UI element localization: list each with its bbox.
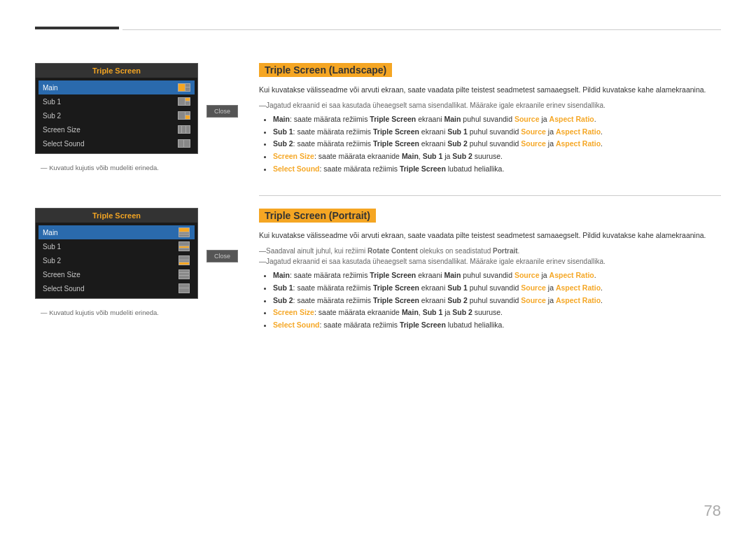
landscape-icon-sub2 (178, 111, 190, 120)
landscape-row-sub2[interactable]: Sub 2 (38, 108, 195, 122)
portrait-icon-main (178, 227, 190, 237)
landscape-row-sub1[interactable]: Sub 1 (38, 94, 195, 108)
portrait-row-sub1[interactable]: Sub 1 (38, 239, 195, 253)
portrait-label-sub1: Sub 1 (43, 243, 178, 251)
landscape-bullets: Main: saate määrata režiimis Triple Scre… (270, 113, 721, 176)
landscape-label-sub1: Sub 1 (43, 98, 178, 106)
landscape-ts-box: Triple Screen Main (35, 63, 198, 154)
landscape-label-sub2: Sub 2 (43, 112, 178, 120)
portrait-bullet-sub1: Sub 1: saate määrata režiimis Triple Scr… (273, 282, 721, 295)
landscape-section: Triple Screen (Landscape) Kui kuvatakse … (259, 63, 721, 176)
portrait-section-title: Triple Screen (Portrait) (259, 209, 376, 223)
section-divider (259, 195, 721, 196)
portrait-label-selectsound: Select Sound (43, 285, 178, 293)
landscape-bullet-sub2: Sub 2: saate määrata režiimis Triple Scr… (273, 138, 721, 150)
landscape-row-screensize[interactable]: Screen Size (38, 122, 195, 136)
left-panel: Triple Screen Main (35, 63, 238, 351)
portrait-bullets: Main: saate määrata režiimis Triple Scre… (270, 269, 721, 332)
landscape-label-selectsound: Select Sound (43, 140, 178, 148)
landscape-ts-body: Main Sub 1 (36, 78, 197, 153)
portrait-row-screensize[interactable]: Screen Size (38, 267, 195, 281)
landscape-bullet-screensize: Screen Size: saate määrata ekraanide Mai… (273, 150, 721, 163)
portrait-bullet-screensize: Screen Size: saate määrata ekraanide Mai… (273, 307, 721, 319)
portrait-bullet-main: Main: saate määrata režiimis Triple Scre… (273, 269, 721, 282)
portrait-ui-container: Triple Screen Main (35, 208, 238, 316)
top-line-thick (35, 27, 119, 29)
landscape-ui-container: Triple Screen Main (35, 63, 238, 171)
landscape-label-main: Main (43, 84, 178, 92)
landscape-close-button[interactable]: Close (206, 105, 238, 118)
portrait-row-main[interactable]: Main (38, 225, 195, 239)
page: Triple Screen Main (0, 0, 756, 534)
landscape-title-bar: Triple Screen (36, 64, 197, 78)
landscape-label-screensize: Screen Size (43, 126, 178, 134)
page-number: 78 (704, 502, 721, 520)
portrait-title-bar: Triple Screen (36, 209, 197, 223)
landscape-icon-main (178, 83, 190, 92)
portrait-note2: Jagatud ekraanid ei saa kasutada üheaegs… (259, 258, 721, 265)
portrait-close-button[interactable]: Close (206, 250, 238, 262)
spacer (35, 180, 238, 208)
landscape-note1: Jagatud ekraanid ei saa kasutada üheaegs… (259, 101, 721, 109)
landscape-section-title: Triple Screen (Landscape) (259, 63, 392, 77)
portrait-note: Kuvatud kujutis võib mudeliti erineda. (35, 309, 238, 316)
landscape-icon-screensize (178, 125, 190, 134)
portrait-note1: Saadaval ainult juhul, kui režiimi Rotat… (259, 247, 721, 255)
right-panel: Triple Screen (Landscape) Kui kuvatakse … (252, 63, 721, 351)
landscape-icon-selectsound (178, 139, 190, 148)
landscape-close-button-wrap: Close (206, 105, 238, 118)
landscape-note: Kuvatud kujutis võib mudeliti erineda. (35, 164, 238, 171)
portrait-ts-body: Main (36, 223, 197, 298)
landscape-desc: Kui kuvatakse välisseadme või arvuti ekr… (259, 84, 721, 96)
landscape-row-selectsound[interactable]: Select Sound (38, 136, 195, 150)
portrait-desc: Kui kuvatakse välisseadme või arvuti ekr… (259, 230, 721, 241)
portrait-row-sub2[interactable]: Sub 2 (38, 253, 195, 267)
portrait-bullet-sub2: Sub 2: saate määrata režiimis Triple Scr… (273, 295, 721, 307)
portrait-bullet-selectsound: Select Sound: saate määrata režiimis Tri… (273, 319, 721, 332)
portrait-label-screensize: Screen Size (43, 271, 178, 279)
portrait-label-main: Main (43, 229, 178, 237)
portrait-icon-sub1 (178, 241, 190, 251)
portrait-section: Triple Screen (Portrait) Kui kuvatakse v… (259, 209, 721, 332)
portrait-label-sub2: Sub 2 (43, 257, 178, 265)
landscape-bullet-main: Main: saate määrata režiimis Triple Scre… (273, 113, 721, 126)
portrait-row-selectsound[interactable]: Select Sound (38, 281, 195, 295)
landscape-bullet-sub1: Sub 1: saate määrata režiimis Triple Scr… (273, 126, 721, 139)
portrait-ts-box: Triple Screen Main (35, 208, 198, 299)
landscape-icon-sub1 (178, 97, 190, 106)
portrait-icon-screensize (178, 269, 190, 279)
top-line-thin (122, 29, 721, 30)
landscape-bullet-selectsound: Select Sound: saate määrata režiimis Tri… (273, 163, 721, 176)
portrait-close-button-wrap: Close (206, 250, 238, 262)
landscape-row-main[interactable]: Main (38, 80, 195, 94)
portrait-icon-selectsound (178, 283, 190, 293)
portrait-icon-sub2 (178, 255, 190, 265)
